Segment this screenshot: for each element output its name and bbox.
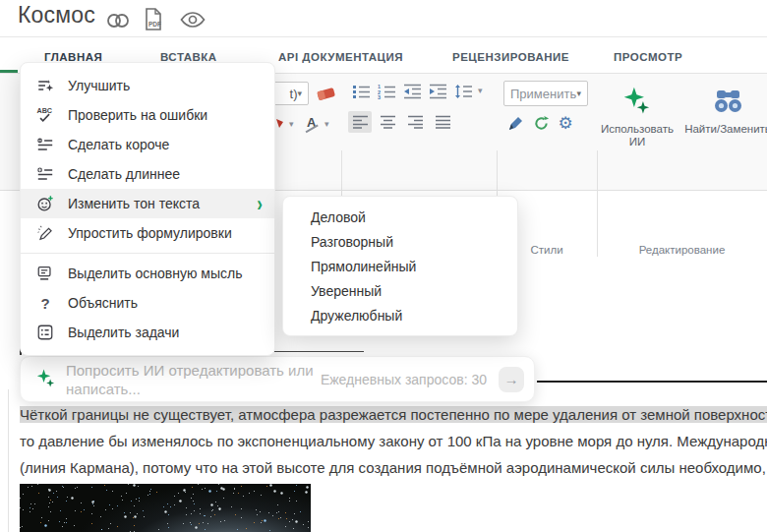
- align-center-icon[interactable]: [376, 111, 399, 133]
- svg-text:3: 3: [378, 94, 381, 99]
- submenu-item-conversational[interactable]: Разговорный: [283, 229, 517, 254]
- menu-divider: [21, 253, 274, 254]
- tab-view[interactable]: ПРОСМОТР: [614, 51, 682, 63]
- find-replace-binoculars-icon[interactable]: [711, 86, 744, 115]
- menu-item-extract-tasks[interactable]: Выделить задачи: [21, 318, 274, 347]
- selected-text[interactable]: Чёткой границы не существует, атмосфера …: [20, 406, 767, 423]
- editing-group-label: Редактирование: [597, 244, 767, 256]
- menu-item-shorten[interactable]: Сделать короче: [21, 130, 274, 159]
- menu-item-main-idea[interactable]: Выделить основную мысль: [21, 259, 274, 288]
- submenu-item-business[interactable]: Деловой: [283, 205, 517, 229]
- svg-text:PDF: PDF: [148, 21, 161, 28]
- document-title: Космос: [18, 2, 95, 29]
- tone-submenu: Деловой Разговорный Прямолинейный Уверен…: [282, 196, 518, 336]
- daily-requests-counter: Ежедневных запросов: 30: [321, 372, 487, 387]
- font-color-icon[interactable]: [274, 115, 286, 131]
- send-prompt-button[interactable]: →: [499, 367, 524, 392]
- menu-item-simplify[interactable]: Упростить формулировки: [21, 218, 274, 248]
- highlight-arrow-icon[interactable]: ▾: [324, 119, 329, 129]
- increase-indent-icon[interactable]: [427, 82, 448, 101]
- menu-item-explain[interactable]: ? Объяснить: [21, 288, 274, 318]
- link-icon[interactable]: [104, 10, 132, 35]
- explain-icon: ?: [35, 295, 55, 312]
- ai-actions-menu: Улучшить ABC Проверить на ошибки Сделать…: [20, 62, 275, 356]
- shorten-icon: [35, 136, 55, 153]
- menu-item-label: Проверить на ошибки: [68, 107, 207, 123]
- line-spacing-icon[interactable]: [452, 82, 474, 101]
- prompt-input-placeholder[interactable]: Попросить ИИ отредактировать или написат…: [66, 361, 314, 398]
- submenu-item-friendly[interactable]: Дружелюбный: [283, 303, 517, 327]
- paragraph-line-1[interactable]: Чёткой границы не существует, атмосфера …: [20, 401, 767, 428]
- combo-arrow-icon: ▾: [576, 89, 581, 98]
- eraser-icon[interactable]: [314, 83, 339, 104]
- document-paragraph[interactable]: Чёткой границы не существует, атмосфера …: [20, 401, 767, 481]
- header-divider: [0, 36, 767, 37]
- spellcheck-icon: ABC: [35, 106, 55, 124]
- menu-item-change-tone[interactable]: Изменить тон текста ›: [21, 189, 274, 218]
- paragraph-line-2[interactable]: то давление бы изменялось по экспоненциа…: [20, 428, 767, 454]
- simplify-icon: [35, 224, 55, 242]
- menu-item-lengthen[interactable]: Сделать длиннее: [21, 159, 274, 189]
- highlight-color-icon[interactable]: A: [307, 115, 316, 130]
- bullet-list-icon[interactable]: [350, 82, 372, 101]
- menu-item-spellcheck[interactable]: ABC Проверить на ошибки: [21, 100, 274, 130]
- line-spacing-arrow-icon[interactable]: ▾: [478, 86, 483, 95]
- editor-window: Космос PDF ГЛАВНАЯ ВСТАВКА API ДОКУМЕНТА…: [0, 0, 767, 532]
- tasks-icon: [35, 324, 55, 341]
- align-left-icon[interactable]: [348, 111, 372, 133]
- group-separator: [597, 150, 598, 257]
- svg-text:ABC: ABC: [36, 106, 52, 115]
- submenu-chevron-icon: ›: [257, 193, 263, 214]
- submenu-item-confident[interactable]: Уверенный: [283, 278, 517, 303]
- tab-review[interactable]: РЕЦЕНЗИРОВАНИЕ: [452, 51, 569, 63]
- align-right-icon[interactable]: [403, 111, 427, 133]
- refresh-style-icon[interactable]: [531, 113, 551, 133]
- lengthen-icon: [35, 165, 55, 183]
- paragraph-line-3[interactable]: (линия Кармана), потому что на этой высо…: [20, 454, 767, 481]
- menu-item-improve[interactable]: Улучшить: [21, 71, 274, 100]
- decrease-indent-icon[interactable]: [401, 82, 423, 101]
- prompt-sparkle-icon: [34, 367, 56, 392]
- align-justify-icon[interactable]: [431, 111, 454, 133]
- menu-item-label: Изменить тон текста: [68, 196, 200, 211]
- ai-prompt-bar[interactable]: Попросить ИИ отредактировать или написат…: [20, 356, 535, 402]
- apply-style-combo[interactable]: Применить ▾: [503, 81, 588, 106]
- eye-icon[interactable]: [179, 10, 206, 33]
- document-image[interactable]: [20, 484, 311, 532]
- page-edge-line: [8, 389, 9, 532]
- style-pen-icon[interactable]: [505, 113, 525, 133]
- improve-icon: [35, 77, 55, 94]
- menu-item-label: Сделать короче: [68, 137, 169, 152]
- menu-item-label: Улучшить: [68, 78, 130, 93]
- use-ai-button[interactable]: Использовать ИИ: [600, 123, 675, 148]
- pdf-export-icon[interactable]: PDF: [143, 7, 164, 36]
- tab-api-docs[interactable]: API ДОКУМЕНТАЦИЯ: [278, 51, 403, 63]
- document-horizontal-rule: [537, 381, 767, 383]
- menu-item-label: Упростить формулировки: [68, 225, 232, 241]
- menu-item-label: Объяснить: [68, 295, 138, 311]
- font-color-arrow-icon[interactable]: ▾: [289, 119, 294, 129]
- stars-layer: [20, 484, 21, 485]
- numbered-list-icon[interactable]: 123: [376, 82, 397, 101]
- menu-item-label: Выделить задачи: [68, 325, 179, 340]
- find-replace-button[interactable]: Найти/Заменить: [677, 123, 767, 136]
- main-idea-icon: [35, 265, 55, 282]
- combo-arrow-icon: ▾: [297, 89, 302, 98]
- ai-sparkles-icon[interactable]: [620, 84, 653, 117]
- submenu-item-straightforward[interactable]: Прямолинейный: [283, 254, 517, 278]
- tone-icon: [35, 195, 55, 212]
- menu-item-label: Сделать длиннее: [68, 166, 180, 182]
- style-settings-gear-icon[interactable]: ⚙: [555, 112, 576, 134]
- menu-item-label: Выделить основную мысль: [68, 266, 243, 281]
